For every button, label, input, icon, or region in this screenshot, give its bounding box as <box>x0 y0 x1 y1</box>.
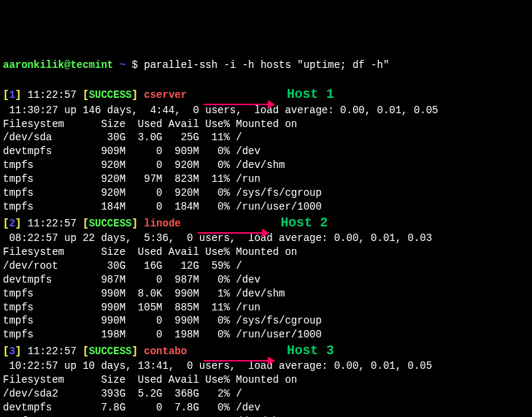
result-time: 11:22:57 <box>28 345 77 357</box>
host-annotation: Host 2 <box>281 215 328 230</box>
df-row: tmpfs 990M 8.0K 990M 1% /dev/shm <box>3 287 529 301</box>
uptime-output: 11:30:27 up 146 days, 4:44, 0 users, loa… <box>3 104 529 118</box>
df-header: Filesystem Size Used Avail Use% Mounted … <box>3 118 529 131</box>
df-row: tmpfs 990M 105M 885M 11% /run <box>3 301 529 315</box>
result-index: 1 <box>9 89 15 101</box>
df-row: devtmpfs 909M 0 909M 0% /dev <box>3 145 529 158</box>
result-hostname: contabo <box>144 345 187 357</box>
command-text: parallel-ssh -i -h hosts "uptime; df -h" <box>144 59 389 71</box>
result-hostname: linode <box>144 218 180 229</box>
result-status: SUCCESS <box>89 218 132 229</box>
result-status: SUCCESS <box>89 89 132 101</box>
df-row: devtmpfs 987M 0 987M 0% /dev <box>3 273 529 287</box>
df-row: tmpfs 184M 0 184M 0% /run/user/1000 <box>3 200 529 214</box>
bracket-close: ] <box>131 89 137 101</box>
df-row: tmpfs 920M 97M 823M 11% /run <box>3 172 529 186</box>
result-hostname: cserver <box>144 89 187 101</box>
bracket-open: [ <box>82 89 88 101</box>
df-row: tmpfs 990M 0 990M 0% /sys/fs/cgroup <box>3 314 529 328</box>
df-row: devtmpfs 7.8G 0 7.8G 0% /dev <box>3 401 529 415</box>
host-annotation: Host 3 <box>287 343 334 358</box>
df-row: /dev/sda2 393G 5.2G 368G 2% / <box>3 387 529 401</box>
bracket-close: ] <box>131 218 137 229</box>
result-index: 3 <box>9 345 15 357</box>
df-row: tmpfs 198M 0 198M 0% /run/user/1000 <box>3 328 529 342</box>
bracket-open: [ <box>82 345 88 357</box>
df-header: Filesystem Size Used Avail Use% Mounted … <box>3 245 529 259</box>
host-annotation: Host 1 <box>287 87 334 102</box>
result-status-line: [1] 11:22:57 [SUCCESS] cserver Host 1 <box>3 85 529 103</box>
bracket-close: ] <box>15 89 21 101</box>
output-area: [1] 11:22:57 [SUCCESS] cserver Host 1 11… <box>3 85 529 417</box>
result-status-line: [3] 11:22:57 [SUCCESS] contabo Host 3 <box>3 342 529 359</box>
prompt-tilde: ~ <box>120 59 126 71</box>
df-row: /dev/root 30G 16G 12G 59% / <box>3 259 529 273</box>
bracket-close: ] <box>15 345 21 357</box>
bracket-open: [ <box>82 218 88 229</box>
bracket-close: ] <box>15 218 21 229</box>
prompt-dollar: $ <box>131 59 137 71</box>
result-time: 11:22:57 <box>28 89 77 101</box>
result-status-line: [2] 11:22:57 [SUCCESS] linode Host 2 <box>3 214 529 232</box>
result-index: 2 <box>9 218 15 229</box>
prompt-user: aaronkilik@tecmint <box>3 59 113 71</box>
prompt-line: aaronkilik@tecmint ~ $ parallel-ssh -i -… <box>3 58 529 72</box>
uptime-output: 10:22:57 up 10 days, 13:41, 0 users, loa… <box>3 359 529 373</box>
bracket-close: ] <box>131 345 137 357</box>
result-status: SUCCESS <box>89 345 132 357</box>
df-header: Filesystem Size Used Avail Use% Mounted … <box>3 373 529 387</box>
df-row: /dev/sda 30G 3.0G 25G 11% / <box>3 131 529 145</box>
result-time: 11:22:57 <box>28 218 77 229</box>
df-row: tmpfs 920M 0 920M 0% /sys/fs/cgroup <box>3 186 529 200</box>
df-row: tmpfs 920M 0 920M 0% /dev/shm <box>3 158 529 172</box>
